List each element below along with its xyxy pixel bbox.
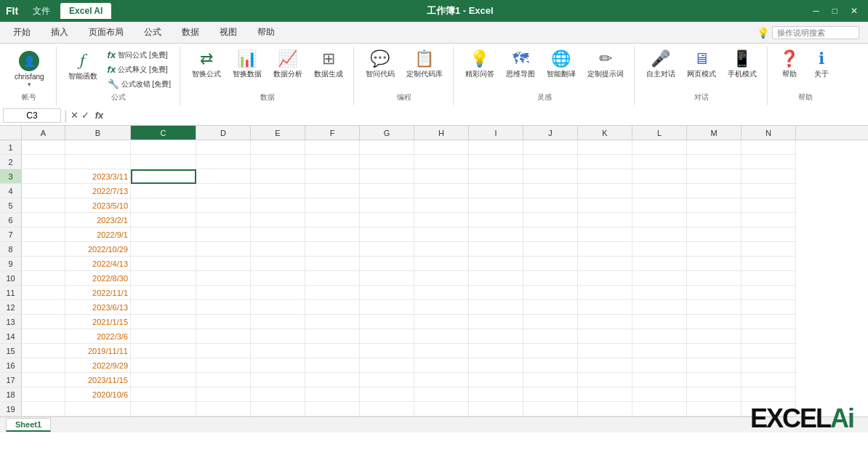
cell-g4[interactable] [360, 184, 414, 198]
cell-k16[interactable] [578, 358, 632, 373]
cell-i11[interactable] [469, 286, 523, 300]
cell-h7[interactable] [414, 228, 469, 242]
cell-h6[interactable] [414, 213, 469, 228]
cell-f10[interactable] [305, 271, 360, 286]
cell-m5[interactable] [687, 198, 742, 213]
cell-d14[interactable] [196, 329, 251, 344]
cell-c10[interactable] [131, 271, 196, 286]
cell-e4[interactable] [251, 184, 305, 198]
cancel-formula-icon[interactable]: ✕ [71, 110, 79, 121]
cell-i17[interactable] [469, 373, 523, 387]
cell-f9[interactable] [305, 257, 360, 271]
cell-j15[interactable] [523, 344, 578, 358]
cell-j4[interactable] [523, 184, 578, 198]
cell-c14[interactable] [131, 329, 196, 344]
cell-g11[interactable] [360, 286, 414, 300]
cell-l4[interactable] [632, 184, 687, 198]
col-header-c[interactable]: C [131, 126, 196, 140]
cell-l16[interactable] [632, 358, 687, 373]
cell-n17[interactable] [742, 373, 796, 387]
smart-replace-button[interactable]: ⇄ 智换公式 [188, 48, 225, 80]
cell-m3[interactable] [687, 169, 742, 184]
cell-l6[interactable] [632, 213, 687, 228]
cell-d10[interactable] [196, 271, 251, 286]
cell-f3[interactable] [305, 169, 360, 184]
cell-h10[interactable] [414, 271, 469, 286]
minimize-button[interactable]: ─ [808, 4, 824, 17]
cell-a13[interactable] [22, 315, 65, 329]
cell-m7[interactable] [687, 228, 742, 242]
cell-n9[interactable] [742, 257, 796, 271]
cell-b2[interactable] [65, 155, 131, 169]
file-tab[interactable]: 文件 [24, 2, 59, 20]
cell-i15[interactable] [469, 344, 523, 358]
cell-e12[interactable] [251, 300, 305, 315]
cell-m10[interactable] [687, 271, 742, 286]
cell-g18[interactable] [360, 387, 414, 402]
cell-e5[interactable] [251, 198, 305, 213]
cell-n6[interactable] [742, 213, 796, 228]
cell-f2[interactable] [305, 155, 360, 169]
cell-l12[interactable] [632, 300, 687, 315]
cell-k1[interactable] [578, 140, 632, 155]
cell-f6[interactable] [305, 213, 360, 228]
cell-i10[interactable] [469, 271, 523, 286]
row-num-4[interactable]: 4 [0, 184, 22, 198]
row-num-5[interactable]: 5 [0, 198, 22, 213]
row-num-17[interactable]: 17 [0, 373, 22, 387]
cell-b3[interactable]: 2023/3/11 [65, 169, 131, 184]
cell-f13[interactable] [305, 315, 360, 329]
cell-a11[interactable] [22, 286, 65, 300]
cell-i5[interactable] [469, 198, 523, 213]
row-num-16[interactable]: 16 [0, 358, 22, 373]
row-num-8[interactable]: 8 [0, 242, 22, 257]
cell-n7[interactable] [742, 228, 796, 242]
cell-j12[interactable] [523, 300, 578, 315]
cell-d12[interactable] [196, 300, 251, 315]
cell-l13[interactable] [632, 315, 687, 329]
cell-a17[interactable] [22, 373, 65, 387]
cell-k6[interactable] [578, 213, 632, 228]
cell-l17[interactable] [632, 373, 687, 387]
fx-button[interactable]: fx [92, 110, 107, 121]
cell-a15[interactable] [22, 344, 65, 358]
cell-c1[interactable] [131, 140, 196, 155]
gen-code-button[interactable]: 📋 定制代码库 [402, 48, 447, 80]
cell-c13[interactable] [131, 315, 196, 329]
col-header-k[interactable]: K [578, 126, 632, 140]
cell-n15[interactable] [742, 344, 796, 358]
cell-k15[interactable] [578, 344, 632, 358]
cell-n5[interactable] [742, 198, 796, 213]
formula-input[interactable] [109, 109, 865, 122]
cell-h2[interactable] [414, 155, 469, 169]
cell-m19[interactable] [687, 402, 742, 416]
cell-g5[interactable] [360, 198, 414, 213]
cell-j18[interactable] [523, 387, 578, 402]
cell-n2[interactable] [742, 155, 796, 169]
cell-e16[interactable] [251, 358, 305, 373]
cell-c19[interactable] [131, 402, 196, 416]
cell-g8[interactable] [360, 242, 414, 257]
cell-n1[interactable] [742, 140, 796, 155]
smart-qa-button[interactable]: 💡 精彩问答 [461, 48, 499, 80]
cell-m18[interactable] [687, 387, 742, 402]
tab-start[interactable]: 开始 [3, 22, 41, 43]
cell-h8[interactable] [414, 242, 469, 257]
tab-view[interactable]: 视图 [209, 22, 247, 43]
cell-a16[interactable] [22, 358, 65, 373]
close-button[interactable]: ✕ [846, 4, 862, 17]
cell-f4[interactable] [305, 184, 360, 198]
cell-d2[interactable] [196, 155, 251, 169]
tab-insert[interactable]: 插入 [41, 22, 79, 43]
search-input[interactable] [772, 26, 859, 39]
cell-m8[interactable] [687, 242, 742, 257]
cell-a2[interactable] [22, 155, 65, 169]
cell-h5[interactable] [414, 198, 469, 213]
row-num-3[interactable]: 3 [0, 169, 22, 184]
cell-i6[interactable] [469, 213, 523, 228]
cell-e15[interactable] [251, 344, 305, 358]
cell-j1[interactable] [523, 140, 578, 155]
cell-b15[interactable]: 2019/11/11 [65, 344, 131, 358]
cell-b12[interactable]: 2023/6/13 [65, 300, 131, 315]
cell-j13[interactable] [523, 315, 578, 329]
